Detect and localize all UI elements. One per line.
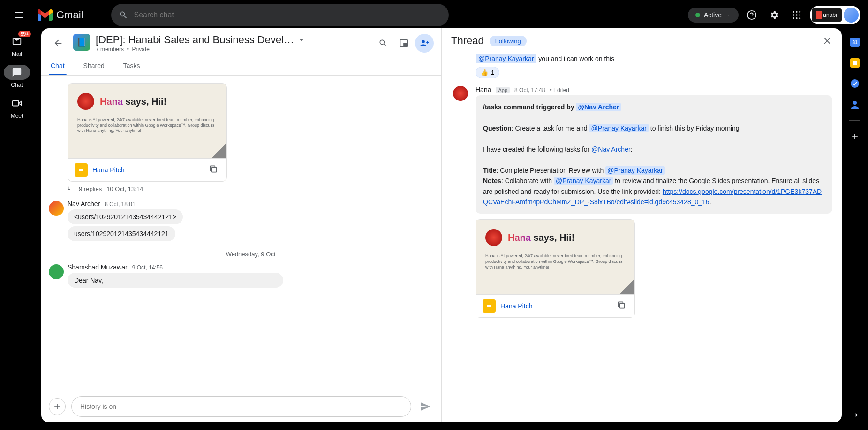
status-dot [695,13,700,17]
nav-chat-label: Chat [11,82,23,88]
chevron-down-icon [725,12,731,18]
hana-avatar-icon [485,229,502,246]
side-rail-divider [849,120,860,121]
hana-pitch-card[interactable]: Hana says, Hii! Hana is AI-powered, 24/7… [68,83,227,182]
contacts-addon[interactable] [850,100,860,109]
copy-link-button[interactable] [209,164,220,176]
hana-card-description: Hana is AI-powered, 24/7 available, neve… [485,253,625,270]
replies-summary[interactable]: 9 replies 10 Oct, 13:14 [68,185,434,192]
members-button[interactable] [415,34,434,53]
svg-rect-22 [487,305,491,307]
status-label: Active [704,11,722,19]
org-logo: anabi [812,8,842,22]
svg-rect-21 [212,168,217,172]
mention[interactable]: @Pranay Kayarkar [554,177,613,185]
back-button[interactable] [49,34,68,53]
mention[interactable]: @Nav Archer [576,103,621,111]
apps-button[interactable] [787,6,806,24]
tasks-addon[interactable] [850,79,860,88]
date-separator: Wednesday, 9 Oct [68,251,434,258]
account-switcher[interactable]: anabi [810,6,860,24]
svg-point-19 [422,40,425,43]
hana-avatar-icon [77,93,94,110]
sender-name: Nav Archer [68,200,100,207]
mention[interactable]: @Pranay Kayarkar [476,54,536,63]
chat-icon [12,67,22,77]
card-corner [68,143,226,158]
edited-label: • Edited [550,87,569,93]
room-search-button[interactable] [374,34,392,53]
message-bubble: <users/102920121435434442121> [68,209,183,224]
side-panel-expand[interactable] [849,407,864,422]
hana-pitch-link[interactable]: Hana Pitch [92,166,204,174]
search-icon [119,10,128,20]
mention[interactable]: @Pranay Kayarkar [589,124,648,132]
nav-meet-label: Meet [11,113,23,119]
chevron-down-icon[interactable] [297,35,306,45]
close-thread-button[interactable] [822,36,832,46]
app-badge: App [496,87,510,93]
svg-point-7 [793,17,794,19]
thread-title: Thread [451,35,484,47]
shamshad-avatar [49,264,64,279]
nav-archer-avatar [49,201,64,216]
room-title: [DEP]: Hanabi Sales and Business Devel… [96,34,294,46]
calendar-addon[interactable]: 31 [850,38,860,47]
svg-point-15 [851,79,859,88]
send-button[interactable] [417,398,434,415]
app-name: Gmail [56,9,83,21]
mail-icon [12,36,22,46]
settings-button[interactable] [765,6,784,24]
hana-task-message: /tasks command triggered by @Nav Archer … [476,95,832,214]
message-bubble: users/102920121435434442121 [68,226,175,241]
svg-point-3 [799,11,800,13]
svg-rect-10 [13,101,19,106]
tab-tasks[interactable]: Tasks [121,56,142,75]
sender-name: Hana [476,86,491,93]
message-time: 9 Oct, 14:56 [132,264,163,271]
tab-chat[interactable]: Chat [49,56,67,75]
nav-mail[interactable]: 99+ Mail [4,34,30,57]
hana-card-description: Hana is AI-powered, 24/7 available, neve… [77,117,217,134]
tab-shared[interactable]: Shared [82,56,106,75]
popout-button[interactable] [394,34,413,53]
reaction-chip[interactable]: 👍 1 [476,67,499,78]
message-time: 8 Oct, 18:01 [105,201,135,207]
message-bubble: Dear Nav, [68,273,283,288]
svg-rect-14 [853,61,857,65]
svg-point-5 [796,14,797,15]
slides-icon [75,163,88,177]
mention[interactable]: @Pranay Kayarkar [605,166,664,175]
svg-text:31: 31 [852,40,858,45]
svg-point-6 [799,14,800,15]
hana-pitch-card[interactable]: Hana says, Hii! Hana is AI-powered, 24/7… [476,219,635,318]
get-addons[interactable] [850,132,860,141]
compose-input[interactable] [71,396,411,417]
svg-rect-18 [404,43,407,46]
meet-icon [12,98,22,108]
help-button[interactable] [742,6,761,24]
following-chip[interactable]: Following [490,36,527,46]
menu-button[interactable] [8,4,30,26]
svg-rect-20 [79,169,83,171]
room-meta: 7 members • Private [96,46,368,53]
search-input[interactable] [134,11,441,19]
mention[interactable]: @Nav Archer [591,146,630,153]
status-pill[interactable]: Active [688,8,739,23]
gmail-logo[interactable]: Gmail [38,9,83,21]
sender-name: Shamshad Muzawar [68,263,128,271]
svg-point-2 [796,11,797,13]
svg-rect-23 [620,304,625,308]
hana-avatar [453,86,468,101]
message-time: 8 Oct, 17:48 [514,87,545,93]
mail-badge: 99+ [18,31,31,37]
svg-point-9 [799,17,800,19]
compose-add-button[interactable] [49,398,66,415]
keep-addon[interactable] [850,58,860,68]
nav-chat[interactable]: Chat [4,65,30,88]
copy-link-button[interactable] [617,300,628,312]
search-box[interactable] [111,4,449,26]
svg-point-4 [793,14,794,15]
nav-meet[interactable]: Meet [4,96,30,119]
hana-pitch-link[interactable]: Hana Pitch [500,302,612,310]
